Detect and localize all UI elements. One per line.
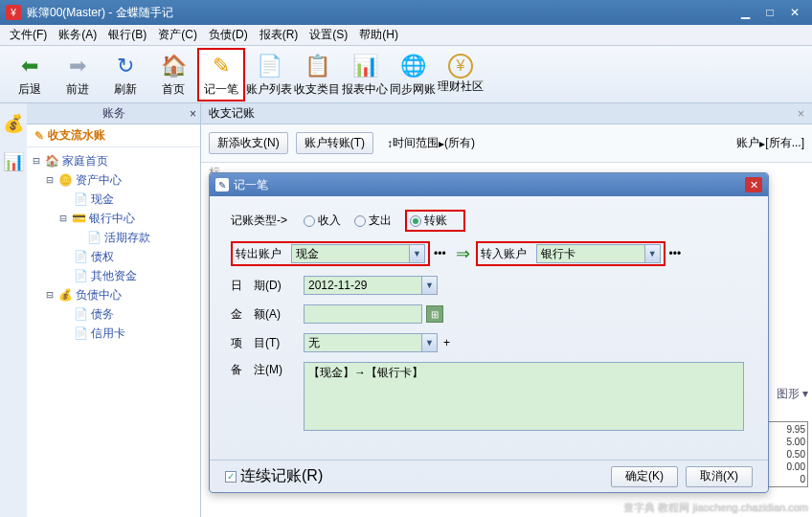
tb-categories[interactable]: 📋收支类目	[293, 48, 341, 101]
continuous-label: 连续记账(R)	[240, 466, 323, 486]
tree-other[interactable]: 📄其他资金	[31, 266, 196, 285]
from-account-combo[interactable]: 现金▼	[291, 244, 425, 263]
tree-bank[interactable]: ⊟💳银行中心	[31, 209, 196, 228]
memo-input[interactable]	[304, 362, 744, 431]
tree-demand[interactable]: 📄活期存款	[31, 228, 196, 247]
ok-button[interactable]: 确定(K)	[611, 466, 678, 487]
tree-home-label: 家庭首页	[62, 151, 108, 170]
tb-sync-label: 同步网账	[390, 81, 436, 98]
tree-credit[interactable]: 📄信用卡	[31, 324, 196, 343]
tb-community[interactable]: ¥理财社区	[437, 48, 485, 101]
project-add-button[interactable]: +	[443, 336, 450, 349]
card-icon: 💳	[72, 209, 86, 228]
radio-income-label: 收入	[318, 213, 341, 229]
tree-cash[interactable]: 📄现金	[31, 190, 196, 209]
menu-bar: 文件(F) 账务(A) 银行(B) 资产(C) 负债(D) 报表(R) 设置(S…	[0, 25, 812, 46]
side-close-icon[interactable]: ×	[190, 107, 196, 121]
amount-input[interactable]	[304, 304, 422, 324]
radio-expense-label: 支出	[369, 213, 392, 229]
menu-liabilities[interactable]: 负债(D)	[203, 25, 254, 45]
project-row: 项 目(T) 无▼ +	[231, 333, 747, 352]
window-controls: ▁ □ ✕	[733, 5, 806, 20]
menu-bank[interactable]: 银行(B)	[102, 25, 152, 45]
window-title: 账簿00(Master) - 金蝶随手记	[27, 5, 173, 21]
radio-income[interactable]: 收入	[304, 213, 341, 229]
close-button[interactable]: ✕	[783, 5, 806, 20]
doc-icon: 📄	[74, 190, 88, 209]
menu-reports[interactable]: 报表(R)	[254, 25, 304, 45]
tree-liab[interactable]: ⊟💰负债中心	[31, 285, 196, 304]
from-more-button[interactable]: •••	[434, 247, 446, 260]
tb-home[interactable]: 🏠首页	[149, 48, 197, 101]
tree-debt[interactable]: 📄债务	[31, 304, 196, 324]
tb-back-label: 后退	[18, 81, 41, 98]
tb-sync[interactable]: 🌐同步网账	[389, 48, 437, 101]
acct-filter[interactable]: 账户▸[所有...]	[736, 135, 804, 151]
maximize-button[interactable]: □	[758, 5, 781, 20]
tree-demand-label: 活期存款	[104, 228, 150, 247]
chevron-down-icon-3: ▼	[421, 277, 437, 294]
doc-icon-2: 📄	[87, 228, 102, 247]
range-filter[interactable]: ↕ 时间范围▸(所有)	[387, 135, 475, 151]
tree-other-label: 其他资金	[91, 266, 137, 285]
to-account-value: 银行卡	[541, 246, 644, 262]
acct-transfer-button[interactable]: 账户转账(T)	[296, 132, 373, 154]
date-row: 日 期(D) 2012-11-29▼	[231, 276, 747, 295]
date-combo[interactable]: 2012-11-29▼	[304, 276, 438, 295]
acct-filter-label: 账户	[736, 135, 759, 151]
refresh-icon: ↻	[110, 51, 141, 81]
doc-icon-5: 📄	[74, 304, 88, 324]
radio-expense[interactable]: 支出	[354, 213, 392, 229]
tb-back[interactable]: ⬅后退	[6, 48, 54, 101]
tb-refresh[interactable]: ↻刷新	[102, 48, 149, 101]
range-filter-value: (所有)	[444, 135, 475, 151]
tb-reports[interactable]: 📊报表中心	[341, 48, 389, 101]
tab-close-icon[interactable]: ×	[798, 107, 804, 121]
radio-transfer[interactable]: 转账	[410, 213, 447, 229]
radio-transfer-label: 转账	[424, 213, 447, 229]
sidetab-chart-icon[interactable]: 📊	[3, 147, 24, 176]
tb-reports-label: 报表中心	[342, 81, 388, 98]
to-more-button[interactable]: •••	[669, 247, 682, 260]
chart-dropdown[interactable]: 图形 ▾	[777, 386, 808, 402]
tree-home[interactable]: ⊟🏠家庭首页	[31, 151, 196, 170]
side-tabs: 💰 📊	[0, 103, 27, 517]
tree-bond[interactable]: 📄债权	[31, 247, 196, 266]
document-icon: 📄	[254, 51, 284, 81]
sidetab-money-icon[interactable]: 💰	[3, 109, 24, 138]
coins-icon: 🪙	[58, 170, 73, 190]
tb-forward-label: 前进	[66, 81, 89, 98]
cancel-button[interactable]: 取消(X)	[686, 466, 753, 487]
tree-assets[interactable]: ⊟🪙资产中心	[31, 170, 196, 190]
chevron-down-icon-4: ▼	[421, 334, 437, 351]
minimize-button[interactable]: ▁	[733, 5, 756, 20]
type-row: 记账类型-> 收入 支出 转账	[231, 210, 747, 232]
tb-account-list[interactable]: 📄账户列表	[245, 48, 293, 101]
tb-new-entry-label: 记一笔	[204, 81, 238, 98]
menu-account[interactable]: 账务(A)	[53, 25, 102, 45]
tb-community-label: 理财社区	[438, 79, 484, 95]
dialog-close-button[interactable]: ✕	[745, 177, 762, 192]
menu-assets[interactable]: 资产(C)	[152, 25, 203, 45]
dialog-title-bar: ✎ 记一笔 ✕	[210, 173, 768, 196]
continuous-checkbox[interactable]: ✓连续记账(R)	[225, 466, 323, 486]
radio-transfer-highlight: 转账	[405, 210, 465, 232]
memo-label: 备 注(M)	[231, 362, 304, 378]
to-account-combo[interactable]: 银行卡▼	[536, 244, 661, 263]
project-label: 项 目(T)	[231, 335, 304, 351]
tb-account-list-label: 账户列表	[246, 81, 292, 98]
pen-icon: ✎	[34, 129, 44, 143]
project-combo[interactable]: 无▼	[304, 333, 438, 352]
tb-new-entry[interactable]: ✎记一笔	[197, 48, 245, 101]
new-income-button[interactable]: 新添收支(N)	[209, 132, 288, 154]
tree-assets-label: 资产中心	[76, 170, 122, 190]
menu-file[interactable]: 文件(F)	[4, 25, 53, 45]
menu-help[interactable]: 帮助(H)	[353, 25, 404, 45]
tb-forward[interactable]: ➡前进	[54, 48, 102, 101]
project-value: 无	[308, 335, 421, 351]
home-icon: 🏠	[158, 51, 189, 81]
tree-credit-label: 信用卡	[91, 324, 125, 343]
menu-settings[interactable]: 设置(S)	[304, 25, 353, 45]
left-panel: 💰 📊 账务 × ✎ 收支流水账 ⊟🏠家庭首页 ⊟🪙资产中心 📄现金 ⊟💳银行中…	[0, 103, 201, 517]
calculator-button[interactable]: ⊞	[426, 305, 443, 323]
